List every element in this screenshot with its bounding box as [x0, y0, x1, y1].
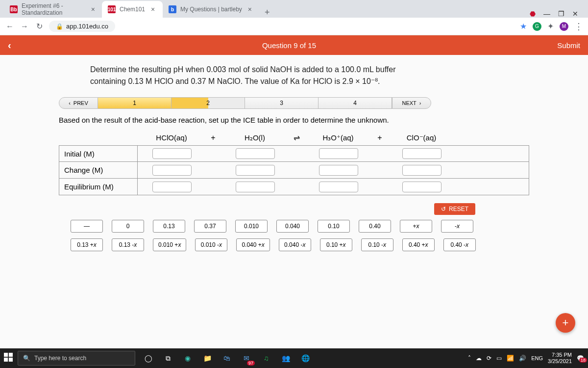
answer-chip[interactable]: 0.010	[235, 220, 268, 233]
onedrive-icon[interactable]: ☁	[476, 355, 482, 362]
prev-step-button[interactable]: ‹ PREV	[59, 97, 98, 109]
start-button[interactable]	[4, 353, 13, 364]
answer-chip[interactable]: 0.10	[318, 220, 350, 233]
answer-chip[interactable]: —	[71, 220, 103, 233]
step-4[interactable]: 4	[318, 98, 392, 108]
ice-row-label: Equilibrium (M)	[59, 179, 138, 195]
chevron-right-icon: ›	[419, 100, 421, 106]
ice-cell	[221, 165, 290, 176]
ice-cell-input[interactable]	[236, 165, 275, 176]
cortana-icon[interactable]: ◯	[142, 352, 155, 365]
language-indicator[interactable]: ENG	[531, 355, 543, 361]
step-1[interactable]: 1	[98, 98, 172, 108]
answer-chip[interactable]: 0	[112, 220, 144, 233]
minimize-button[interactable]: —	[543, 10, 550, 18]
reload-button[interactable]: ↻	[34, 22, 44, 31]
answer-chip[interactable]: 0.010 - x	[195, 238, 227, 251]
answer-chip[interactable]: 0.13 - x	[112, 238, 144, 251]
app-header: ‹ Question 9 of 15 Submit	[0, 35, 588, 55]
ice-cell	[388, 148, 456, 159]
next-step-button[interactable]: NEXT ›	[392, 97, 431, 109]
tab-experiment6[interactable]: Bb Experiment #6 - Standardization ×	[4, 1, 102, 18]
task-view-icon[interactable]: ⧉	[162, 352, 174, 365]
close-icon[interactable]: ×	[149, 5, 157, 13]
mail-icon[interactable]: ✉	[240, 352, 253, 365]
answer-chip[interactable]: 0.13	[153, 220, 185, 233]
answer-chip[interactable]: +x	[400, 220, 432, 233]
profile-avatar[interactable]: M	[560, 22, 568, 31]
answer-chip[interactable]: 0.010 + x	[153, 238, 186, 251]
ice-cell-input[interactable]	[319, 182, 358, 192]
volume-icon[interactable]: 🔊	[519, 355, 526, 362]
ice-cell-input[interactable]	[236, 182, 275, 192]
restore-button[interactable]: ❐	[558, 10, 564, 18]
answer-chip[interactable]: 0.40	[359, 220, 391, 233]
search-placeholder: Type here to search	[34, 355, 86, 362]
extensions-icon[interactable]: ✦	[547, 22, 554, 31]
answer-chip[interactable]: 0.37	[194, 220, 226, 233]
species-h3o: H₃O⁺(aq)	[304, 133, 372, 142]
url-field[interactable]: 🔒 app.101edu.co	[49, 21, 115, 32]
close-window-button[interactable]: ✕	[572, 10, 578, 18]
ice-cell	[221, 182, 290, 192]
explorer-icon[interactable]: 📁	[201, 352, 214, 365]
add-fab-button[interactable]: +	[556, 313, 575, 333]
address-bar: ← → ↻ 🔒 app.101edu.co ★ G ✦ M ⋮	[0, 18, 588, 35]
step-2[interactable]: 2	[172, 98, 245, 108]
forward-button[interactable]: →	[20, 22, 29, 31]
answer-chip[interactable]: 0.10 - x	[361, 238, 393, 251]
favicon-101: 101	[108, 5, 116, 13]
answer-chip[interactable]: -x	[441, 220, 473, 233]
action-center-icon[interactable]: 💬	[577, 355, 584, 362]
shield-icon[interactable]: ⬣	[530, 10, 536, 18]
close-icon[interactable]: ×	[246, 5, 254, 13]
tab-bartleby[interactable]: b My Questions | bartleby ×	[163, 1, 260, 18]
bookmark-star-icon[interactable]: ★	[520, 22, 527, 31]
wifi-icon[interactable]: 📶	[507, 355, 514, 362]
plus-icon: +	[372, 133, 387, 142]
favicon-b: b	[169, 5, 176, 13]
reset-button[interactable]: ↺ RESET	[434, 203, 475, 215]
taskbar-search[interactable]: 🔍 Type here to search	[18, 351, 135, 366]
chrome-icon[interactable]: 🌐	[299, 352, 312, 365]
question-counter: Question 9 of 15	[262, 41, 316, 50]
edge-icon[interactable]: ◉	[181, 352, 194, 365]
equilibrium-arrows-icon: ⇌	[289, 133, 304, 142]
clock[interactable]: 7:35 PM 3/25/2021	[548, 352, 572, 365]
ice-cell-input[interactable]	[319, 148, 358, 159]
answer-chip[interactable]: 0.040 - x	[279, 238, 311, 251]
ice-cell-input[interactable]	[236, 148, 275, 159]
windows-taskbar: 🔍 Type here to search ◯ ⧉ ◉ 📁 🛍 ✉ ♫ 👥 🌐 …	[0, 348, 588, 368]
answer-chip[interactable]: 0.10 + x	[320, 238, 352, 251]
battery-icon[interactable]: ▭	[496, 355, 502, 362]
tab-chem101[interactable]: 101 Chem101 ×	[102, 1, 163, 18]
ice-cell-input[interactable]	[402, 165, 441, 176]
answer-chip[interactable]: 0.40 + x	[402, 238, 435, 251]
back-chevron-icon[interactable]: ‹	[8, 40, 11, 51]
step-nav: ‹ PREV 1 2 3 4 NEXT ›	[59, 97, 529, 109]
store-icon[interactable]: 🛍	[220, 352, 233, 365]
ice-cell-input[interactable]	[152, 148, 192, 159]
close-icon[interactable]: ×	[90, 5, 96, 13]
submit-button[interactable]: Submit	[557, 41, 580, 50]
teams-icon[interactable]: 👥	[279, 352, 292, 365]
ice-cell-input[interactable]	[152, 182, 192, 192]
step-3[interactable]: 3	[245, 98, 318, 108]
ice-cell-input[interactable]	[402, 182, 441, 192]
answer-chip[interactable]: 0.040 + x	[236, 238, 270, 251]
ice-cell-input[interactable]	[152, 165, 192, 176]
new-tab-button[interactable]: +	[260, 7, 275, 18]
tray-chevron-icon[interactable]: ˄	[468, 355, 471, 362]
species-h2o: H₂O(l)	[220, 133, 289, 142]
browser-titlebar: Bb Experiment #6 - Standardization × 101…	[0, 0, 588, 18]
kebab-menu-icon[interactable]: ⋮	[574, 21, 583, 32]
answer-chip[interactable]: 0.13 + x	[71, 238, 103, 251]
extension-g-icon[interactable]: G	[533, 22, 541, 31]
answer-chip[interactable]: 0.40 - x	[443, 238, 476, 251]
spotify-icon[interactable]: ♫	[260, 352, 272, 365]
back-button[interactable]: ←	[5, 22, 15, 31]
ice-cell-input[interactable]	[319, 165, 358, 176]
ice-cell-input[interactable]	[402, 148, 441, 159]
update-icon[interactable]: ⟳	[487, 355, 491, 362]
answer-chip[interactable]: 0.040	[276, 220, 309, 233]
